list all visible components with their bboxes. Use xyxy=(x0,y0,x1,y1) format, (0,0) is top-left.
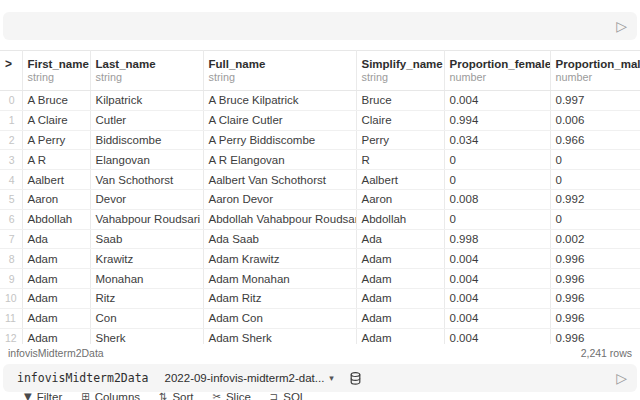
cell-simplify_name: R xyxy=(356,150,444,170)
column-name: Simplify_name xyxy=(362,58,439,70)
table-body: 0A BruceKilpatrickA Bruce KilpatrickBruc… xyxy=(0,91,640,348)
cell-full_name: Adam Krawitz xyxy=(203,249,356,269)
cell-first_name: Adam xyxy=(22,288,90,308)
cell-proportion_female: 0.004 xyxy=(444,269,550,289)
column-header-proportion_male[interactable]: Proportion_malenumber xyxy=(550,51,640,91)
cell-full_name: Adam Con xyxy=(203,308,356,328)
table-row: 3A RElangovanA R ElangovanR00 xyxy=(0,150,640,170)
cell-last_name: Saab xyxy=(90,229,203,249)
row-index: 1 xyxy=(0,110,22,130)
cell-simplify_name: Adam xyxy=(356,249,444,269)
columns-button[interactable]: ⊞Columns xyxy=(81,390,140,400)
database-icon xyxy=(350,372,361,385)
action-label: Slice xyxy=(226,390,251,400)
cell-last_name: Krawitz xyxy=(90,249,203,269)
action-label: Filter xyxy=(37,390,63,400)
slice-button[interactable]: ✂Slice xyxy=(213,390,251,400)
cell-first_name: A Perry xyxy=(22,130,90,150)
data-source-selector[interactable]: 2022-09-infovis-midterm2-dat... ▾ xyxy=(165,372,334,384)
cell-name-label[interactable]: infovisMidterm2Data xyxy=(17,371,149,385)
row-index: 7 xyxy=(0,229,22,249)
row-index: 5 xyxy=(0,189,22,209)
chevron-down-icon: ▾ xyxy=(329,373,334,383)
cell-proportion_male: 0 xyxy=(550,209,640,229)
sql-button[interactable]: ⊐SQL xyxy=(270,390,306,400)
top-cell-bar[interactable]: ▷ xyxy=(3,12,637,40)
cell-simplify_name: Bruce xyxy=(356,91,444,111)
table-row: 8AdamKrawitzAdam KrawitzAdam0.0040.996 xyxy=(0,249,640,269)
table-actions-row: ▼Filter⊞Columns⇅Sort✂Slice⊐SQL xyxy=(0,390,640,400)
cell-proportion_male: 0.002 xyxy=(550,229,640,249)
filter-button[interactable]: ▼Filter xyxy=(24,390,62,400)
cell-proportion_female: 0 xyxy=(444,150,550,170)
cell-full_name: Aaron Devor xyxy=(203,189,356,209)
run-cell-icon[interactable]: ▷ xyxy=(616,371,627,385)
table-name-label: infovisMidterm2Data xyxy=(8,347,104,359)
cell-first_name: A Claire xyxy=(22,110,90,130)
cell-proportion_male: 0.996 xyxy=(550,269,640,289)
column-type: number xyxy=(450,71,545,83)
cell-first_name: A Bruce xyxy=(22,91,90,111)
cell-full_name: Adam Ritz xyxy=(203,288,356,308)
cell-proportion_female: 0.998 xyxy=(444,229,550,249)
cell-last_name: Ritz xyxy=(90,288,203,308)
cell-last_name: Con xyxy=(90,308,203,328)
cell-full_name: A Perry Biddiscombe xyxy=(203,130,356,150)
cell-first_name: Adam xyxy=(22,308,90,328)
table-row: 5AaronDevorAaron DevorAaron0.0080.992 xyxy=(0,189,640,209)
cell-simplify_name: Claire xyxy=(356,110,444,130)
run-cell-icon[interactable]: ▷ xyxy=(616,19,627,33)
cell-proportion_male: 0 xyxy=(550,170,640,190)
cell-proportion_male: 0.996 xyxy=(550,288,640,308)
column-header-proportion_female[interactable]: Proportion_femalenumber xyxy=(444,51,550,91)
row-index: 11 xyxy=(0,308,22,328)
column-name: Proportion_female xyxy=(450,58,545,70)
cell-simplify_name: Adam xyxy=(356,288,444,308)
table-row: 6AbdollahVahabpour RoudsariAbdollah Vaha… xyxy=(0,209,640,229)
row-index: 3 xyxy=(0,150,22,170)
cell-last_name: Vahabpour Roudsari xyxy=(90,209,203,229)
cell-proportion_female: 0 xyxy=(444,209,550,229)
column-header-full_name[interactable]: Full_namestring xyxy=(203,51,356,91)
columns-icon: ⊞ xyxy=(81,390,89,400)
cell-proportion_female: 0.034 xyxy=(444,130,550,150)
slice-icon: ✂ xyxy=(213,390,221,400)
sort-icon: ⇅ xyxy=(159,390,167,400)
expand-table-button[interactable]: > xyxy=(0,51,22,91)
row-index: 2 xyxy=(0,130,22,150)
cell-full_name: A Claire Cutler xyxy=(203,110,356,130)
action-label: Sort xyxy=(172,390,193,400)
column-header-first_name[interactable]: First_namestring xyxy=(22,51,90,91)
filter-icon: ▼ xyxy=(24,390,32,400)
sort-button[interactable]: ⇅Sort xyxy=(159,390,193,400)
row-count-label: 2,241 rows xyxy=(581,347,632,359)
cell-full_name: A R Elangovan xyxy=(203,150,356,170)
table-status-bar: infovisMidterm2Data 2,241 rows xyxy=(0,344,640,362)
column-type: number xyxy=(556,71,640,83)
cell-proportion_female: 0.004 xyxy=(444,249,550,269)
cell-first_name: Aalbert xyxy=(22,170,90,190)
cell-simplify_name: Perry xyxy=(356,130,444,150)
column-type: string xyxy=(209,71,351,83)
cell-first_name: A R xyxy=(22,150,90,170)
cell-proportion_female: 0 xyxy=(444,170,550,190)
cell-full_name: Ada Saab xyxy=(203,229,356,249)
cell-proportion_female: 0.004 xyxy=(444,288,550,308)
cell-last_name: Biddiscombe xyxy=(90,130,203,150)
row-index: 8 xyxy=(0,249,22,269)
cell-simplify_name: Adam xyxy=(356,269,444,289)
column-header-last_name[interactable]: Last_namestring xyxy=(90,51,203,91)
column-header-simplify_name[interactable]: Simplify_namestring xyxy=(356,51,444,91)
column-type: string xyxy=(96,71,198,83)
table-row: 11AdamConAdam ConAdam0.0040.996 xyxy=(0,308,640,328)
cell-proportion_male: 0.996 xyxy=(550,308,640,328)
cell-proportion_female: 0.008 xyxy=(444,189,550,209)
cell-simplify_name: Ada xyxy=(356,229,444,249)
cell-first_name: Adam xyxy=(22,269,90,289)
column-name: Full_name xyxy=(209,58,351,70)
row-index: 9 xyxy=(0,269,22,289)
cell-proportion_male: 0 xyxy=(550,150,640,170)
cell-first_name: Abdollah xyxy=(22,209,90,229)
row-index: 4 xyxy=(0,170,22,190)
data-table: > First_namestringLast_namestringFull_na… xyxy=(0,50,640,348)
